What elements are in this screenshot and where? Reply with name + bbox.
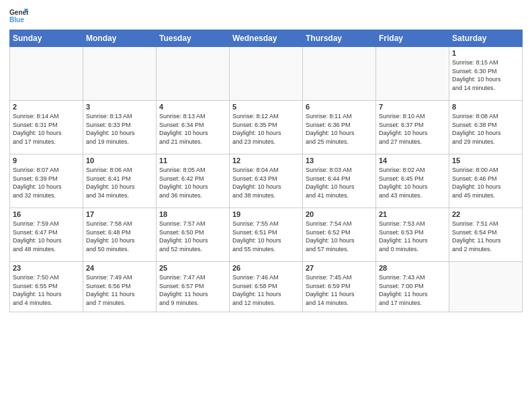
calendar-cell	[230, 47, 303, 101]
day-info: Sunrise: 7:59 AM Sunset: 6:47 PM Dayligh…	[13, 220, 80, 253]
day-info: Sunrise: 7:55 AM Sunset: 6:51 PM Dayligh…	[232, 220, 300, 253]
weekday-header-tuesday: Tuesday	[157, 30, 230, 47]
calendar-cell: 23Sunrise: 7:50 AM Sunset: 6:55 PM Dayli…	[10, 262, 83, 312]
calendar-cell: 12Sunrise: 8:04 AM Sunset: 6:43 PM Dayli…	[230, 154, 303, 208]
day-info: Sunrise: 7:51 AM Sunset: 6:54 PM Dayligh…	[452, 220, 519, 253]
day-number: 9	[13, 156, 80, 165]
week-row-3: 9Sunrise: 8:07 AM Sunset: 6:39 PM Daylig…	[10, 154, 523, 208]
calendar-cell: 14Sunrise: 8:02 AM Sunset: 6:45 PM Dayli…	[376, 154, 449, 208]
calendar-cell: 9Sunrise: 8:07 AM Sunset: 6:39 PM Daylig…	[10, 154, 83, 208]
calendar-cell: 18Sunrise: 7:57 AM Sunset: 6:50 PM Dayli…	[157, 208, 230, 262]
day-info: Sunrise: 8:06 AM Sunset: 6:41 PM Dayligh…	[86, 166, 153, 199]
day-info: Sunrise: 8:10 AM Sunset: 6:37 PM Dayligh…	[379, 112, 446, 146]
day-number: 10	[86, 156, 153, 165]
day-number: 19	[232, 210, 300, 218]
calendar-cell: 21Sunrise: 7:53 AM Sunset: 6:53 PM Dayli…	[376, 208, 449, 262]
calendar-cell: 24Sunrise: 7:49 AM Sunset: 6:56 PM Dayli…	[83, 262, 157, 312]
day-info: Sunrise: 7:54 AM Sunset: 6:52 PM Dayligh…	[306, 220, 373, 253]
calendar-cell: 10Sunrise: 8:06 AM Sunset: 6:41 PM Dayli…	[83, 154, 157, 208]
day-info: Sunrise: 7:45 AM Sunset: 6:59 PM Dayligh…	[306, 273, 373, 307]
weekday-header-friday: Friday	[376, 30, 449, 47]
day-number: 17	[86, 210, 153, 218]
day-info: Sunrise: 8:12 AM Sunset: 6:35 PM Dayligh…	[232, 112, 300, 146]
calendar-cell: 28Sunrise: 7:43 AM Sunset: 7:00 PM Dayli…	[376, 262, 449, 312]
weekday-header-thursday: Thursday	[303, 30, 376, 47]
calendar-cell: 22Sunrise: 7:51 AM Sunset: 6:54 PM Dayli…	[449, 208, 523, 262]
calendar-cell: 6Sunrise: 8:11 AM Sunset: 6:36 PM Daylig…	[303, 101, 376, 154]
day-number: 11	[159, 156, 226, 165]
calendar-cell	[10, 47, 83, 101]
week-row-1: 1Sunrise: 8:15 AM Sunset: 6:30 PM Daylig…	[10, 47, 523, 101]
calendar-cell	[303, 47, 376, 101]
day-number: 26	[232, 264, 300, 272]
calendar-cell	[157, 47, 230, 101]
day-info: Sunrise: 7:58 AM Sunset: 6:48 PM Dayligh…	[86, 220, 153, 253]
day-number: 22	[452, 210, 519, 218]
day-number: 28	[379, 264, 446, 272]
day-info: Sunrise: 7:50 AM Sunset: 6:55 PM Dayligh…	[13, 273, 80, 307]
calendar-cell	[83, 47, 157, 101]
day-number: 16	[13, 210, 80, 218]
logo: General Blue	[9, 7, 28, 26]
weekday-header-wednesday: Wednesday	[230, 30, 303, 47]
day-info: Sunrise: 7:53 AM Sunset: 6:53 PM Dayligh…	[379, 220, 446, 253]
calendar-cell: 20Sunrise: 7:54 AM Sunset: 6:52 PM Dayli…	[303, 208, 376, 262]
week-row-5: 23Sunrise: 7:50 AM Sunset: 6:55 PM Dayli…	[10, 262, 523, 312]
calendar-cell: 8Sunrise: 8:08 AM Sunset: 6:38 PM Daylig…	[449, 101, 523, 154]
week-row-4: 16Sunrise: 7:59 AM Sunset: 6:47 PM Dayli…	[10, 208, 523, 262]
day-info: Sunrise: 8:00 AM Sunset: 6:46 PM Dayligh…	[452, 166, 519, 199]
day-number: 14	[379, 156, 446, 165]
calendar-cell: 4Sunrise: 8:13 AM Sunset: 6:34 PM Daylig…	[157, 101, 230, 154]
day-number: 25	[159, 264, 226, 272]
calendar-cell: 5Sunrise: 8:12 AM Sunset: 6:35 PM Daylig…	[230, 101, 303, 154]
calendar-cell: 3Sunrise: 8:13 AM Sunset: 6:33 PM Daylig…	[83, 101, 157, 154]
day-number: 8	[452, 103, 519, 111]
weekday-header-row: SundayMondayTuesdayWednesdayThursdayFrid…	[10, 30, 523, 47]
day-number: 7	[379, 103, 446, 111]
calendar-cell: 25Sunrise: 7:47 AM Sunset: 6:57 PM Dayli…	[157, 262, 230, 312]
day-info: Sunrise: 7:57 AM Sunset: 6:50 PM Dayligh…	[159, 220, 226, 253]
day-number: 4	[159, 103, 226, 111]
day-info: Sunrise: 8:08 AM Sunset: 6:38 PM Dayligh…	[452, 112, 519, 146]
calendar-cell: 7Sunrise: 8:10 AM Sunset: 6:37 PM Daylig…	[376, 101, 449, 154]
calendar-cell	[376, 47, 449, 101]
day-info: Sunrise: 7:46 AM Sunset: 6:58 PM Dayligh…	[232, 273, 300, 307]
day-number: 15	[452, 156, 519, 165]
day-number: 13	[306, 156, 373, 165]
day-info: Sunrise: 8:13 AM Sunset: 6:34 PM Dayligh…	[159, 112, 226, 146]
day-number: 18	[159, 210, 226, 218]
day-number: 23	[13, 264, 80, 272]
day-number: 27	[306, 264, 373, 272]
day-info: Sunrise: 8:13 AM Sunset: 6:33 PM Dayligh…	[86, 112, 153, 146]
calendar-cell: 15Sunrise: 8:00 AM Sunset: 6:46 PM Dayli…	[449, 154, 523, 208]
calendar-cell: 19Sunrise: 7:55 AM Sunset: 6:51 PM Dayli…	[230, 208, 303, 262]
calendar-cell: 17Sunrise: 7:58 AM Sunset: 6:48 PM Dayli…	[83, 208, 157, 262]
calendar-cell: 26Sunrise: 7:46 AM Sunset: 6:58 PM Dayli…	[230, 262, 303, 312]
day-info: Sunrise: 8:07 AM Sunset: 6:39 PM Dayligh…	[13, 166, 80, 199]
day-info: Sunrise: 8:03 AM Sunset: 6:44 PM Dayligh…	[306, 166, 373, 199]
svg-text:Blue: Blue	[9, 16, 24, 24]
calendar-cell: 27Sunrise: 7:45 AM Sunset: 6:59 PM Dayli…	[303, 262, 376, 312]
day-number: 20	[306, 210, 373, 218]
day-number: 21	[379, 210, 446, 218]
calendar-cell: 1Sunrise: 8:15 AM Sunset: 6:30 PM Daylig…	[449, 47, 523, 101]
day-info: Sunrise: 8:02 AM Sunset: 6:45 PM Dayligh…	[379, 166, 446, 199]
day-number: 2	[13, 103, 80, 111]
day-number: 24	[86, 264, 153, 272]
day-info: Sunrise: 8:14 AM Sunset: 6:31 PM Dayligh…	[13, 112, 80, 146]
day-info: Sunrise: 7:49 AM Sunset: 6:56 PM Dayligh…	[86, 273, 153, 307]
weekday-header-sunday: Sunday	[10, 30, 83, 47]
day-info: Sunrise: 7:43 AM Sunset: 7:00 PM Dayligh…	[379, 273, 446, 307]
logo-icon: General Blue	[9, 7, 28, 26]
day-info: Sunrise: 7:47 AM Sunset: 6:57 PM Dayligh…	[159, 273, 226, 307]
calendar-cell	[449, 262, 523, 312]
day-info: Sunrise: 8:11 AM Sunset: 6:36 PM Dayligh…	[306, 112, 373, 146]
day-number: 12	[232, 156, 300, 165]
week-row-2: 2Sunrise: 8:14 AM Sunset: 6:31 PM Daylig…	[10, 101, 523, 154]
calendar-cell: 11Sunrise: 8:05 AM Sunset: 6:42 PM Dayli…	[157, 154, 230, 208]
calendar-cell: 13Sunrise: 8:03 AM Sunset: 6:44 PM Dayli…	[303, 154, 376, 208]
day-info: Sunrise: 8:05 AM Sunset: 6:42 PM Dayligh…	[159, 166, 226, 199]
day-info: Sunrise: 8:15 AM Sunset: 6:30 PM Dayligh…	[452, 58, 519, 92]
page-header: General Blue	[9, 7, 523, 26]
calendar-table: SundayMondayTuesdayWednesdayThursdayFrid…	[9, 30, 523, 312]
